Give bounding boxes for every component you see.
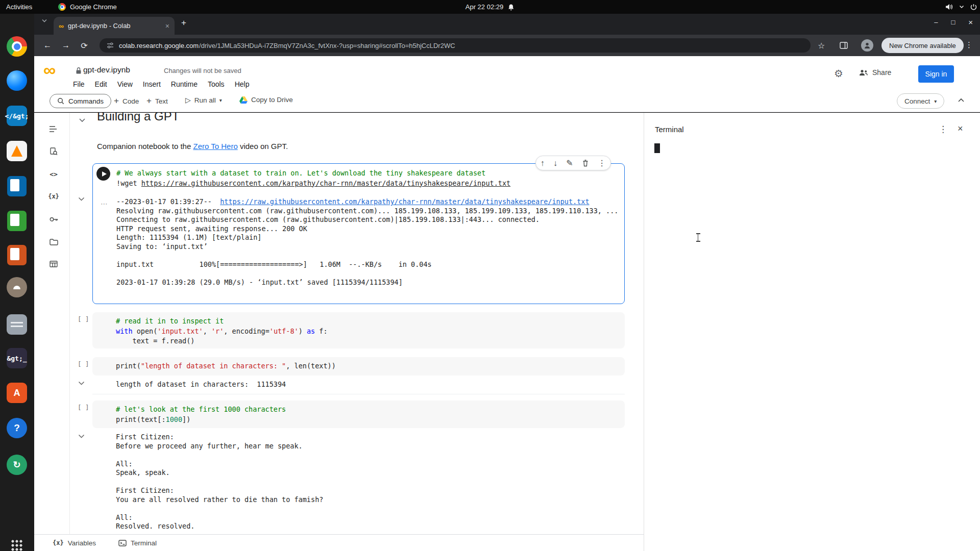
variable-inspector-icon[interactable]: {x} — [47, 190, 60, 203]
dock-libreoffice-impress-icon[interactable] — [5, 243, 29, 267]
code-cell-1[interactable]: # We always start with a dataset to trai… — [92, 163, 625, 304]
execution-indicator[interactable]: [ ] — [78, 315, 89, 323]
dock-libreoffice-writer-icon[interactable] — [5, 174, 29, 198]
dock-trash-icon[interactable]: ↻ — [5, 453, 29, 477]
menu-file[interactable]: File — [68, 78, 90, 91]
cell-code-editor[interactable]: # read it in to inspect it with open('in… — [116, 316, 328, 346]
cell-code-editor[interactable]: # We always start with a dataset to trai… — [116, 168, 510, 188]
table-grid-icon[interactable] — [47, 258, 60, 270]
sign-in-button[interactable]: Sign in — [918, 65, 954, 83]
dock-vlc-icon[interactable] — [5, 139, 29, 163]
forward-button[interactable]: → — [59, 38, 73, 53]
find-replace-icon[interactable] — [47, 145, 60, 158]
dock-files-icon[interactable] — [5, 313, 29, 336]
move-cell-down-icon[interactable]: ↓ — [553, 159, 557, 168]
table-of-contents-icon[interactable] — [47, 123, 60, 135]
files-folder-icon[interactable] — [47, 236, 60, 248]
run-cell-button[interactable] — [96, 167, 110, 181]
move-cell-up-icon[interactable]: ↑ — [541, 159, 545, 168]
tab-close-icon[interactable]: × — [165, 22, 169, 30]
menu-insert[interactable]: Insert — [138, 78, 166, 91]
dock-terminal-icon[interactable]: &gt;_ — [5, 346, 29, 370]
code-cell-2[interactable]: # read it in to inspect it with open('in… — [92, 312, 625, 348]
collapse-header-button[interactable] — [958, 98, 965, 103]
execution-indicator[interactable]: [ ] — [78, 404, 89, 411]
site-info-icon[interactable] — [107, 42, 114, 48]
activities-button[interactable]: Activities — [1, 0, 37, 14]
secrets-key-icon[interactable] — [47, 213, 60, 226]
side-panel-icon[interactable] — [840, 42, 848, 49]
collapse-output-chevron[interactable] — [78, 434, 85, 438]
edit-cell-icon[interactable]: ✎ — [566, 158, 573, 168]
collapse-output-chevron[interactable] — [78, 381, 85, 385]
browser-menu-icon[interactable]: ⋮ — [965, 40, 973, 49]
terminal-menu-icon[interactable]: ⋮ — [939, 124, 947, 135]
menu-runtime[interactable]: Runtime — [166, 78, 203, 91]
dock-help-icon[interactable]: ? — [5, 416, 29, 440]
variables-label: Variables — [68, 539, 96, 547]
chevron-down-icon — [41, 19, 47, 23]
plus-icon: + — [114, 96, 119, 106]
dock-gimp-icon[interactable] — [5, 276, 29, 299]
more-cell-actions-icon[interactable]: ⋮ — [598, 158, 606, 168]
tab-search-button[interactable] — [41, 19, 47, 23]
zero-to-hero-link[interactable]: Zero To Hero — [193, 142, 237, 151]
menu-view[interactable]: View — [112, 78, 138, 91]
browser-tab[interactable]: ∞ gpt-dev.ipynb - Colab × — [54, 17, 175, 35]
dock-thunderbird-icon[interactable] — [5, 69, 29, 92]
code-line: print("length of dataset in characters: … — [116, 361, 336, 371]
window-minimize-button[interactable]: – — [934, 18, 938, 26]
terminal-close-icon[interactable]: × — [958, 123, 963, 134]
menu-help[interactable]: Help — [230, 78, 255, 91]
output-options-icon[interactable]: ⋯ — [101, 199, 108, 208]
copy-to-drive-button[interactable]: Copy to Drive — [239, 96, 293, 104]
reload-button[interactable]: ⟳ — [77, 38, 91, 53]
variables-button[interactable]: {x} Variables — [53, 539, 96, 547]
section-collapse-chevron[interactable] — [79, 118, 86, 122]
colab-logo[interactable]: ∞ — [43, 60, 56, 80]
system-tray[interactable] — [945, 0, 977, 14]
dock-chrome-icon[interactable] — [5, 35, 29, 58]
menu-edit[interactable]: Edit — [90, 78, 112, 91]
address-bar[interactable]: colab.research.google.com/drive/1JMLa53H… — [100, 38, 811, 53]
menu-tools[interactable]: Tools — [203, 78, 230, 91]
notebook-title[interactable]: gpt-dev.ipynb — [83, 65, 130, 74]
terminal-button[interactable]: Terminal — [118, 539, 157, 547]
add-code-button[interactable]: +Code — [114, 96, 139, 106]
new-tab-button[interactable]: + — [181, 18, 186, 28]
run-all-button[interactable]: ▷ Run all ▾ — [185, 96, 222, 104]
dock-libreoffice-calc-icon[interactable] — [5, 209, 29, 233]
execution-indicator[interactable]: [ ] — [78, 360, 89, 368]
bookmark-star-icon[interactable]: ☆ — [818, 41, 825, 51]
window-close-button[interactable]: × — [968, 18, 973, 27]
show-applications-button[interactable] — [5, 534, 29, 551]
profile-avatar[interactable] — [861, 39, 873, 52]
collapse-output-chevron[interactable] — [78, 197, 85, 201]
share-button[interactable]: Share — [859, 68, 891, 77]
code-cell-4[interactable]: # let's look at the first 1000 character… — [92, 400, 625, 428]
clock-menu[interactable]: Apr 22 02:29 — [465, 0, 514, 14]
cell-code-editor[interactable]: print("length of dataset in characters: … — [116, 361, 336, 371]
connect-button[interactable]: Connect ▾ — [897, 93, 944, 109]
dock-vscode-icon[interactable]: </&gt; — [5, 104, 29, 128]
add-text-button[interactable]: +Text — [146, 96, 168, 106]
focused-app-indicator[interactable]: Google Chrome — [53, 0, 122, 14]
code-line: # We always start with a dataset to trai… — [116, 168, 510, 179]
delete-cell-icon[interactable] — [582, 159, 589, 167]
bottom-bar: {x} Variables Terminal — [34, 534, 644, 551]
save-status-label: Changes will not be saved — [164, 67, 241, 74]
chevron-down-icon — [79, 118, 86, 122]
back-button[interactable]: ← — [40, 38, 55, 53]
system-top-bar: Activities Google Chrome Apr 22 02:29 — [0, 0, 980, 14]
chrome-update-button[interactable]: New Chrome available — [881, 38, 964, 53]
cell-code-editor[interactable]: # let's look at the first 1000 character… — [116, 405, 286, 424]
dock-software-center-icon[interactable]: A — [5, 381, 29, 405]
terminal-panel[interactable]: Terminal ⋮ × — [644, 113, 980, 551]
settings-gear-icon[interactable]: ⚙ — [834, 67, 843, 80]
commands-button[interactable]: Commands — [50, 94, 111, 108]
window-maximize-button[interactable]: □ — [951, 18, 955, 26]
code-cell-3[interactable]: print("length of dataset in characters: … — [92, 357, 625, 375]
code-snippets-icon[interactable]: <> — [47, 168, 60, 180]
lock-icon[interactable] — [76, 67, 82, 74]
braces-icon: {x} — [53, 539, 64, 546]
